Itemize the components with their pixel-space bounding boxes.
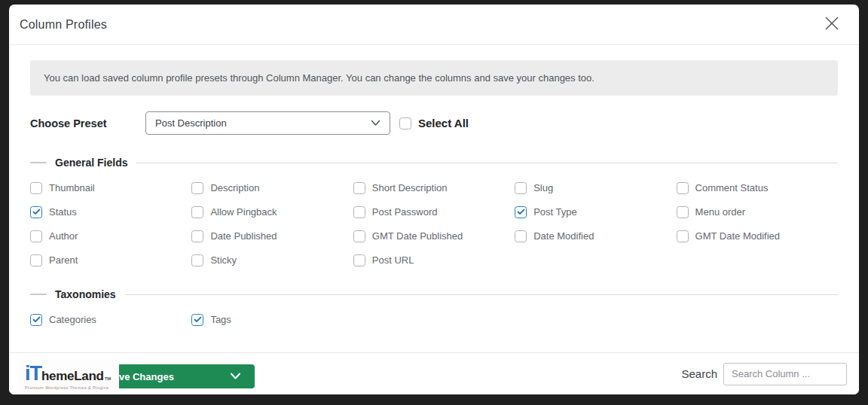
logo-name: hemeLand bbox=[41, 370, 104, 382]
section-dash bbox=[30, 162, 47, 163]
preset-select-value: Post Description bbox=[155, 117, 227, 129]
field-label: Sticky bbox=[210, 254, 237, 266]
field-label: Comment Status bbox=[695, 181, 769, 194]
field-label: Parent bbox=[49, 254, 78, 266]
select-all-checkbox[interactable] bbox=[399, 117, 411, 129]
checkbox[interactable] bbox=[353, 230, 365, 242]
field-checkbox-item[interactable]: GMT Date Modified bbox=[677, 230, 838, 242]
field-label: Menu order bbox=[695, 206, 745, 218]
chevron-down-icon[interactable] bbox=[230, 371, 241, 382]
field-label: Slug bbox=[533, 181, 553, 194]
field-label: Short Description bbox=[372, 181, 448, 194]
themeland-logo: iThemeLandTM Premium Wordpress Themes & … bbox=[18, 359, 119, 394]
checkbox[interactable] bbox=[353, 182, 365, 194]
section-rule bbox=[136, 163, 838, 163]
field-label: Date Modified bbox=[533, 230, 594, 242]
field-label: Status bbox=[49, 206, 77, 218]
page-backdrop: Column Profiles You can load saved colum… bbox=[0, 0, 868, 405]
field-label: Author bbox=[49, 230, 78, 242]
checkbox[interactable] bbox=[677, 182, 689, 194]
logo-trademark: TM bbox=[105, 376, 112, 381]
field-checkbox-item[interactable]: Tags bbox=[191, 313, 353, 326]
logo-tagline: Premium Wordpress Themes & Plugins bbox=[25, 385, 119, 390]
checkbox[interactable] bbox=[515, 206, 527, 218]
info-banner: You can load saved column profile preset… bbox=[30, 60, 838, 96]
column-profiles-modal: Column Profiles You can load saved colum… bbox=[9, 5, 859, 394]
field-checkbox-item[interactable]: Menu order bbox=[677, 206, 838, 218]
field-checkbox-item[interactable]: Allow Pingback bbox=[191, 206, 353, 218]
field-checkbox-item[interactable]: Date Published bbox=[191, 230, 353, 242]
field-checkbox-item[interactable]: Post URL bbox=[353, 254, 515, 266]
section-rule bbox=[125, 294, 838, 295]
field-checkbox-item[interactable]: GMT Date Published bbox=[353, 230, 515, 242]
checkbox[interactable] bbox=[515, 230, 527, 242]
search-label: Search bbox=[681, 367, 717, 380]
section-head-general-fields: General Fields bbox=[30, 157, 838, 169]
modal-footer: Save Changes iThemeLandTM Premium Wordpr… bbox=[9, 352, 859, 394]
field-label: Categories bbox=[49, 313, 96, 326]
chevron-down-icon bbox=[371, 117, 381, 129]
info-banner-text: You can load saved column profile preset… bbox=[44, 72, 594, 84]
field-label: Allow Pingback bbox=[210, 206, 277, 218]
field-checkbox-item[interactable]: Post Password bbox=[353, 206, 515, 218]
field-checkbox-item[interactable]: Comment Status bbox=[677, 181, 838, 194]
taxonomies-grid: CategoriesTags bbox=[30, 313, 838, 326]
field-checkbox-item[interactable]: Post Type bbox=[515, 206, 676, 218]
checkbox[interactable] bbox=[515, 182, 527, 194]
field-label: Thumbnail bbox=[49, 181, 95, 194]
field-checkbox-item[interactable]: Status bbox=[30, 206, 191, 218]
field-label: Post URL bbox=[372, 254, 414, 266]
checkbox[interactable] bbox=[677, 206, 689, 218]
field-label: Post Password bbox=[372, 206, 438, 218]
select-all-label: Select All bbox=[418, 117, 469, 129]
search-input[interactable] bbox=[723, 363, 847, 385]
field-checkbox-item[interactable]: Date Modified bbox=[515, 230, 676, 242]
field-checkbox-item[interactable]: Parent bbox=[30, 254, 191, 266]
preset-row: Choose Preset Post Description Select Al… bbox=[30, 111, 838, 135]
search-area: Search bbox=[681, 363, 847, 385]
checkbox[interactable] bbox=[30, 182, 42, 194]
field-checkbox-item[interactable]: Short Description bbox=[353, 181, 515, 194]
section-title: General Fields bbox=[47, 157, 136, 169]
general-fields-grid: ThumbnailDescriptionShort DescriptionSlu… bbox=[30, 181, 838, 266]
field-checkbox-item[interactable]: Sticky bbox=[191, 254, 353, 266]
checkbox[interactable] bbox=[30, 230, 42, 242]
field-checkbox-item[interactable]: Author bbox=[30, 230, 191, 242]
checkbox[interactable] bbox=[30, 206, 42, 218]
close-button[interactable] bbox=[821, 14, 842, 35]
checkbox[interactable] bbox=[353, 254, 365, 266]
field-label: Tags bbox=[210, 313, 231, 326]
preset-select[interactable]: Post Description bbox=[145, 111, 390, 135]
field-label: Date Published bbox=[210, 230, 277, 242]
modal-title: Column Profiles bbox=[20, 18, 107, 32]
checkbox[interactable] bbox=[191, 206, 203, 218]
checkbox[interactable] bbox=[191, 230, 203, 242]
select-all-control[interactable]: Select All bbox=[399, 117, 469, 129]
checkbox[interactable] bbox=[30, 314, 42, 326]
modal-body: You can load saved column profile preset… bbox=[9, 60, 859, 326]
checkbox[interactable] bbox=[677, 230, 689, 242]
field-checkbox-item[interactable]: Categories bbox=[30, 313, 191, 326]
field-checkbox-item[interactable]: Slug bbox=[515, 181, 676, 194]
field-label: Description bbox=[210, 181, 259, 194]
field-label: Post Type bbox=[533, 206, 577, 218]
section-dash bbox=[30, 294, 47, 295]
field-checkbox-item[interactable]: Description bbox=[191, 181, 353, 194]
modal-header: Column Profiles bbox=[9, 5, 859, 45]
field-label: GMT Date Modified bbox=[695, 230, 780, 242]
field-label: GMT Date Published bbox=[372, 230, 463, 242]
section-head-taxonomies: Taxonomies bbox=[30, 288, 838, 300]
checkbox[interactable] bbox=[30, 254, 42, 266]
field-checkbox-item[interactable]: Thumbnail bbox=[30, 181, 191, 194]
checkbox[interactable] bbox=[191, 314, 203, 326]
choose-preset-label: Choose Preset bbox=[30, 117, 145, 129]
section-title: Taxonomies bbox=[47, 288, 125, 300]
checkbox[interactable] bbox=[353, 206, 365, 218]
checkbox[interactable] bbox=[191, 182, 203, 194]
logo-it-mark: iT bbox=[25, 364, 41, 384]
close-icon bbox=[823, 14, 841, 35]
checkbox[interactable] bbox=[191, 254, 203, 266]
